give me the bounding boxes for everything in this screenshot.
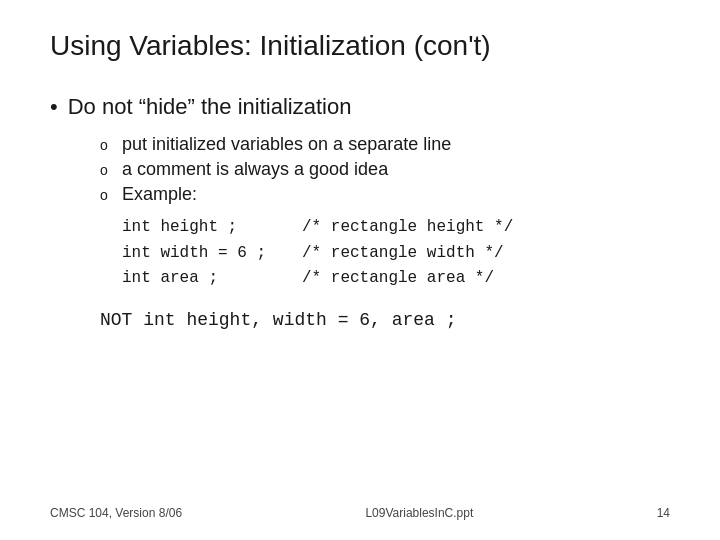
o-marker-2: o (100, 162, 112, 178)
code-line-1: int height ; /* rectangle height */ (122, 215, 670, 241)
code-line-3: int area ; /* rectangle area */ (122, 266, 670, 292)
sub-bullet-1: o put initialized variables on a separat… (100, 134, 670, 155)
sub-bullet-3-text: Example: (122, 184, 197, 205)
footer-left: CMSC 104, Version 8/06 (50, 506, 182, 520)
sub-bullet-3: o Example: (100, 184, 670, 205)
bullet-marker: • (50, 94, 58, 120)
code-comment-3: /* rectangle area */ (302, 266, 494, 292)
code-stmt-2: int width = 6 ; (122, 241, 302, 267)
sub-bullets-list: o put initialized variables on a separat… (100, 134, 670, 292)
code-comment-2: /* rectangle width */ (302, 241, 504, 267)
not-line: NOT int height, width = 6, area ; (100, 310, 670, 330)
code-comment-1: /* rectangle height */ (302, 215, 513, 241)
footer-right: 14 (657, 506, 670, 520)
o-marker-1: o (100, 137, 112, 153)
o-marker-3: o (100, 187, 112, 203)
main-bullet-text: Do not “hide” the initialization (68, 94, 352, 120)
slide-content: • Do not “hide” the initialization o put… (50, 94, 670, 496)
slide-footer: CMSC 104, Version 8/06 L09VariablesInC.p… (50, 496, 670, 520)
sub-bullet-2-text: a comment is always a good idea (122, 159, 388, 180)
sub-bullet-2: o a comment is always a good idea (100, 159, 670, 180)
code-block: int height ; /* rectangle height */ int … (122, 215, 670, 292)
main-bullet: • Do not “hide” the initialization (50, 94, 670, 120)
footer-center: L09VariablesInC.ppt (365, 506, 473, 520)
slide-title: Using Variables: Initialization (con't) (50, 30, 670, 70)
code-stmt-1: int height ; (122, 215, 302, 241)
code-line-2: int width = 6 ; /* rectangle width */ (122, 241, 670, 267)
sub-bullet-1-text: put initialized variables on a separate … (122, 134, 451, 155)
code-stmt-3: int area ; (122, 266, 302, 292)
slide: Using Variables: Initialization (con't) … (0, 0, 720, 540)
